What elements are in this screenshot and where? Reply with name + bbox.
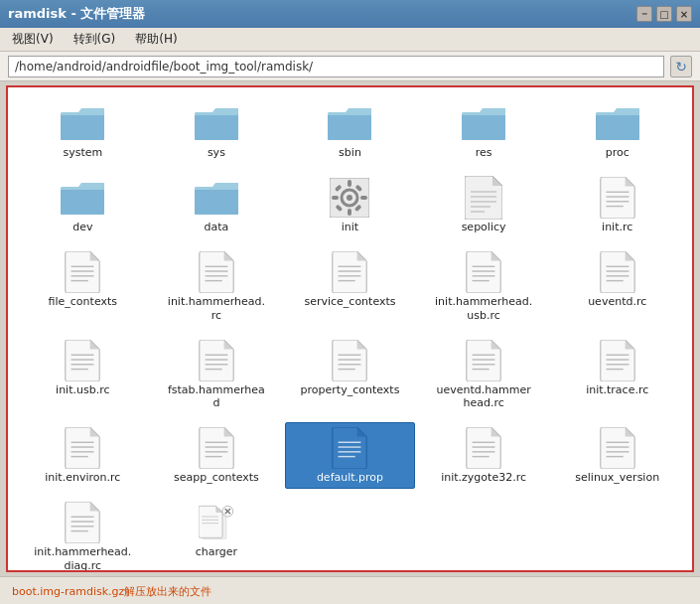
file-item[interactable]: selinux_version [552,422,682,489]
file-label: init.environ.rc [45,471,120,484]
document-icon [460,251,507,293]
file-label: service_contexts [304,295,395,308]
file-item[interactable]: init.trace.rc [552,335,682,414]
menu-help[interactable]: 帮助(H) [131,29,181,50]
file-label: fstab.hammerhead [167,383,266,409]
document-blue-icon [326,427,373,469]
folder-icon [193,177,240,219]
svg-rect-24 [348,180,351,187]
file-label: ueventd.rc [588,295,646,308]
folder-icon [193,102,240,144]
document-icon [193,427,240,469]
address-bar: /home/android/androidfile/boot_img_tool/… [0,52,700,81]
document-icon [594,251,641,293]
file-label: init.zygote32.rc [441,471,526,484]
svg-point-23 [347,195,352,201]
file-label: sepolicy [462,221,506,233]
folder-icon [59,102,106,144]
document-icon [594,177,641,219]
title-bar: ramdisk - 文件管理器 － □ × [0,0,700,28]
document-icon [460,177,507,219]
file-item[interactable]: default.prop [285,422,415,489]
document-icon [326,340,373,381]
file-label: init.hammerhead.usb.rc [435,295,532,321]
file-label: charger [196,545,237,558]
file-item[interactable]: init.zygote32.rc [419,422,549,489]
svg-rect-11 [462,115,505,140]
document-icon [193,251,240,293]
file-item[interactable]: init.environ.rc [18,422,148,489]
file-item[interactable]: service_contexts [285,246,415,326]
folder-icon [594,102,641,144]
file-label: init.rc [602,221,632,233]
file-item[interactable]: sepolicy [419,172,549,238]
svg-rect-5 [195,115,238,140]
file-item[interactable]: fstab.hammerhead [152,335,282,414]
file-item[interactable]: system [18,97,148,164]
file-label: res [476,146,492,159]
address-path[interactable]: /home/android/androidfile/boot_img_tool/… [8,56,664,77]
file-item[interactable]: proc [552,97,682,164]
file-label: default.prop [317,471,383,484]
file-label: proc [606,146,630,159]
gear-icon [326,177,373,219]
file-item[interactable]: dev [18,172,148,238]
file-item[interactable]: init.hammerhead.diag.rc [18,497,148,572]
file-item[interactable]: ueventd.rc [552,246,682,326]
file-item[interactable]: init.rc [552,172,682,238]
file-label: sys [208,146,225,159]
file-item[interactable]: data [152,172,282,238]
document-icon [59,502,106,543]
minimize-button[interactable]: － [636,6,652,22]
svg-rect-27 [360,196,367,200]
file-label: init.hammerhead.diag.rc [34,545,131,571]
file-label: system [63,146,102,159]
file-item[interactable]: charger [152,497,282,572]
file-item[interactable]: init.usb.rc [18,335,148,414]
file-label: init.trace.rc [586,383,648,396]
file-label: data [205,221,229,233]
refresh-button[interactable]: ↻ [670,56,692,77]
file-item[interactable]: res [419,97,549,164]
svg-rect-20 [195,190,238,215]
menu-view[interactable]: 视图(V) [8,29,58,50]
file-label: selinux_version [575,471,659,484]
file-item[interactable]: init [285,172,415,238]
svg-rect-17 [61,190,104,215]
document-icon [594,427,641,469]
document-icon [59,340,106,381]
menu-bar: 视图(V) 转到(G) 帮助(H) [0,28,700,52]
file-item[interactable]: sys [152,97,282,164]
file-item[interactable]: file_contexts [18,246,148,326]
status-bar: boot.img-ramdisk.gz解压放出来的文件 [0,576,700,604]
file-item[interactable]: property_contexts [285,335,415,414]
file-item[interactable]: init.hammerhead.rc [152,246,282,326]
file-label: init.usb.rc [56,383,109,396]
document-icon [326,251,373,293]
maximize-button[interactable]: □ [656,6,672,22]
file-item[interactable]: sbin [285,97,415,164]
file-item[interactable]: seapp_contexts [152,422,282,489]
window-title: ramdisk - 文件管理器 [8,5,145,23]
svg-rect-14 [596,115,639,140]
file-label: seapp_contexts [174,471,259,484]
file-label: init.hammerhead.rc [168,295,265,321]
document-icon [460,340,507,381]
menu-goto[interactable]: 转到(G) [70,29,120,50]
file-grid: system sys sbin [18,97,682,572]
svg-rect-2 [61,115,104,140]
document-icon [193,340,240,381]
document-drag-icon [193,502,240,543]
file-browser: system sys sbin [6,85,694,572]
svg-rect-25 [348,209,351,216]
file-item[interactable]: ueventd.hammerhead.rc [419,335,549,414]
document-icon [460,427,507,469]
folder-icon [326,102,373,144]
folder-icon [460,102,507,144]
close-button[interactable]: × [676,6,692,22]
svg-rect-26 [332,196,339,200]
file-item[interactable]: init.hammerhead.usb.rc [419,246,549,326]
document-icon [59,251,106,293]
file-label: property_contexts [301,383,400,396]
document-icon [594,340,641,381]
